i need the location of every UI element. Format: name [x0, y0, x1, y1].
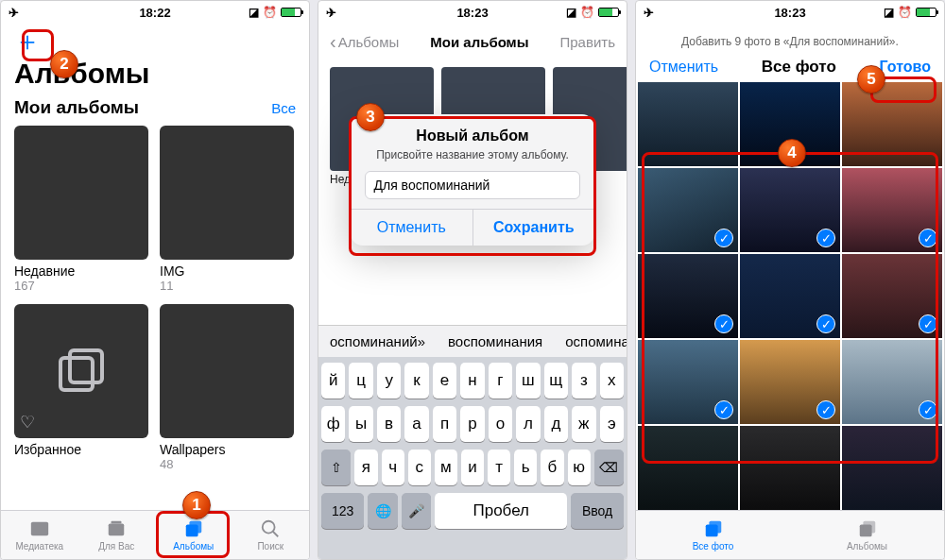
- tab-for-you[interactable]: Для Вас: [78, 511, 156, 559]
- status-bar: ✈︎ 18:22 ◪ ⏰: [1, 1, 309, 24]
- photo-cell[interactable]: [740, 82, 840, 166]
- photo-cell[interactable]: ✓: [638, 340, 738, 424]
- key[interactable]: и: [461, 450, 484, 485]
- key-space[interactable]: Пробел: [435, 493, 567, 529]
- key[interactable]: у: [377, 363, 401, 399]
- key[interactable]: ы: [349, 406, 372, 442]
- tab-all-photos[interactable]: Все фото: [636, 511, 790, 559]
- key[interactable]: п: [433, 406, 456, 442]
- svg-rect-3: [109, 524, 125, 536]
- key[interactable]: т: [488, 450, 510, 485]
- photo-cell[interactable]: [842, 426, 942, 510]
- photo-cell[interactable]: ✓: [740, 254, 840, 338]
- key[interactable]: к: [404, 363, 428, 399]
- key[interactable]: ⌫: [594, 450, 624, 485]
- keyboard-candidates[interactable]: оспоминаний» воспоминания оспоминание: [318, 325, 627, 357]
- dialog-title: Новый альбом: [351, 127, 594, 144]
- check-icon: ✓: [714, 314, 733, 333]
- tab-albums[interactable]: Альбомы: [155, 511, 232, 559]
- cancel-button[interactable]: Отменить: [351, 210, 472, 246]
- key[interactable]: о: [489, 406, 512, 442]
- key[interactable]: г: [489, 363, 512, 399]
- key[interactable]: в: [377, 406, 401, 442]
- foryou-icon: [105, 518, 128, 539]
- key[interactable]: с: [408, 450, 431, 485]
- save-button[interactable]: Сохранить: [472, 210, 595, 246]
- screen-new-album: ✈︎ 18:23 ◪ ⏰ ‹Альбомы Мои альбомы Правит…: [318, 0, 627, 560]
- key[interactable]: ю: [568, 450, 591, 485]
- screen-albums: ✈︎ 18:22 ◪ ⏰ ＋ Альбомы Мои альбомы Все Н…: [0, 0, 310, 560]
- tab-library[interactable]: Медиатека: [1, 511, 78, 559]
- photo-cell[interactable]: ✓: [638, 168, 738, 252]
- screen-picker: ✈︎ 18:23 ◪ ⏰ Добавить 9 фото в «Для восп…: [635, 0, 945, 560]
- key[interactable]: р: [460, 406, 484, 442]
- svg-rect-4: [112, 521, 122, 524]
- svg-line-8: [273, 532, 279, 537]
- check-icon: ✓: [919, 400, 937, 419]
- stack-icon: [53, 343, 110, 399]
- key[interactable]: з: [572, 363, 595, 399]
- key[interactable]: а: [404, 406, 428, 442]
- key[interactable]: ц: [349, 363, 372, 399]
- album-item[interactable]: Wallpapers 48: [160, 304, 294, 471]
- photo-cell[interactable]: ✓: [842, 340, 942, 424]
- album-name: Избранное: [14, 442, 148, 457]
- check-icon: ✓: [816, 314, 835, 333]
- battery-icon: [916, 8, 936, 17]
- key[interactable]: х: [600, 363, 624, 399]
- key[interactable]: е: [433, 363, 456, 399]
- album-name: Недавние: [14, 263, 148, 279]
- allphotos-icon: [702, 518, 725, 539]
- key-enter[interactable]: Ввод: [571, 493, 624, 529]
- key[interactable]: ч: [382, 450, 404, 485]
- check-icon: ✓: [816, 400, 835, 419]
- picker-title: Все фото: [762, 58, 836, 76]
- key[interactable]: ф: [321, 406, 345, 442]
- key[interactable]: б: [541, 450, 563, 485]
- album-item[interactable]: ♡ Избранное: [14, 304, 148, 471]
- photo-cell[interactable]: ✓: [842, 168, 942, 252]
- nav-icon: ◪: [249, 6, 259, 19]
- check-icon: ✓: [919, 229, 937, 247]
- library-icon: [28, 518, 51, 539]
- key[interactable]: н: [460, 363, 484, 399]
- key[interactable]: ь: [514, 450, 537, 485]
- add-button[interactable]: ＋: [14, 27, 43, 56]
- tab-albums[interactable]: Альбомы: [790, 511, 944, 559]
- see-all-link[interactable]: Все: [271, 100, 296, 116]
- battery-icon: [281, 8, 301, 17]
- key[interactable]: э: [600, 406, 624, 442]
- photo-cell[interactable]: [638, 426, 738, 510]
- cancel-button[interactable]: Отменить: [649, 59, 718, 76]
- photo-cell[interactable]: [638, 82, 738, 166]
- clock: 18:23: [774, 6, 805, 20]
- key[interactable]: щ: [544, 363, 568, 399]
- album-item[interactable]: Недавние 167: [14, 126, 148, 293]
- album-count: 11: [160, 279, 294, 293]
- album-item[interactable]: IMG 11: [160, 126, 294, 293]
- key[interactable]: л: [516, 406, 540, 442]
- photo-cell[interactable]: [740, 426, 840, 510]
- key[interactable]: я: [354, 450, 377, 485]
- keyboard[interactable]: йцукенгшщзх фывапролджэ ⇧ячсмитьбю⌫ 123 …: [318, 357, 627, 559]
- tab-bar: Медиатека Для Вас Альбомы Поиск: [1, 510, 309, 559]
- album-name-input[interactable]: [365, 171, 579, 199]
- key[interactable]: ж: [572, 406, 595, 442]
- key[interactable]: ш: [516, 363, 540, 399]
- photo-cell[interactable]: ✓: [740, 168, 840, 252]
- dialog-subtitle: Присвойте название этому альбому.: [362, 148, 583, 161]
- key[interactable]: м: [435, 450, 457, 485]
- key[interactable]: ⇧: [321, 450, 351, 485]
- key-mic[interactable]: 🎤: [402, 493, 431, 529]
- key-globe[interactable]: 🌐: [368, 493, 397, 529]
- key-123[interactable]: 123: [321, 493, 364, 529]
- photo-cell[interactable]: [842, 82, 942, 166]
- search-icon: [259, 518, 282, 539]
- key[interactable]: й: [321, 363, 345, 399]
- tab-search[interactable]: Поиск: [232, 511, 310, 559]
- photo-cell[interactable]: ✓: [740, 340, 840, 424]
- photo-cell[interactable]: ✓: [638, 254, 738, 338]
- key[interactable]: д: [544, 406, 568, 442]
- photo-cell[interactable]: ✓: [842, 254, 942, 338]
- done-button[interactable]: Готово: [880, 59, 931, 76]
